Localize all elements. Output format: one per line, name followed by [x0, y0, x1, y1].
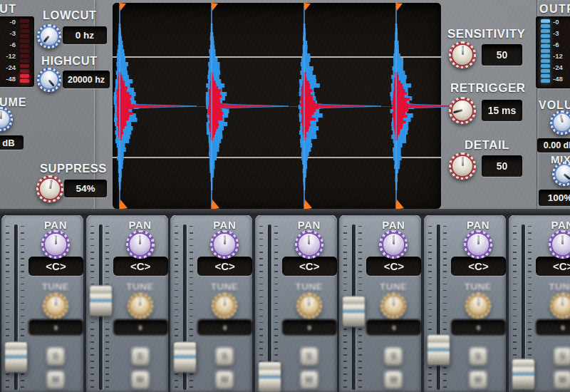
solo-button[interactable]: S	[300, 347, 318, 366]
pan-knob[interactable]	[379, 230, 408, 259]
detail-display: 50	[482, 155, 522, 177]
pan-label: PAN	[30, 219, 81, 231]
solo-button[interactable]: S	[46, 347, 65, 366]
fader-handle[interactable]	[173, 341, 197, 373]
meter-led-segment	[20, 64, 29, 68]
pan-label: PAN	[284, 219, 335, 231]
fader-handle[interactable]	[4, 341, 28, 373]
waveform-plot	[113, 0, 441, 214]
pan-knob[interactable]	[126, 230, 155, 259]
sensitivity-knob[interactable]	[449, 41, 476, 68]
trigger-marker-icon[interactable]	[119, 200, 128, 210]
pan-knob[interactable]	[295, 230, 323, 259]
retrigger-label: RETRIGGER	[450, 81, 526, 96]
mute-button[interactable]: M	[215, 371, 234, 389]
tune-value-display: 0	[113, 319, 168, 336]
trigger-marker-icon[interactable]	[304, 200, 312, 210]
solo-button[interactable]: S	[384, 347, 403, 366]
sensitivity-display: 50	[482, 44, 522, 66]
mix-knob[interactable]	[552, 162, 570, 186]
solo-button[interactable]: S	[131, 347, 150, 366]
tune-knob[interactable]	[43, 293, 68, 319]
fader-handle[interactable]	[258, 361, 281, 392]
trigger-line[interactable]	[211, 6, 212, 207]
volume-knob-right[interactable]	[550, 110, 570, 135]
knob-highlight	[45, 234, 66, 255]
meter-led-segment	[20, 79, 29, 83]
mute-button[interactable]: M	[300, 371, 318, 389]
meter-led-segment	[20, 49, 29, 53]
trigger-line[interactable]	[304, 6, 305, 207]
fader-handle[interactable]	[89, 285, 113, 316]
tune-knob[interactable]	[465, 293, 491, 319]
suppress-knob[interactable]	[36, 175, 63, 202]
mixer-channel: PAN <C> TUNE 0 S M	[509, 215, 570, 392]
tune-label: TUNE	[537, 282, 570, 292]
lowcut-label: LOWCUT	[43, 9, 96, 22]
mute-button[interactable]: M	[46, 371, 65, 389]
fader-handle[interactable]	[342, 296, 366, 327]
plugin-window: INPUT -0-3-6-12-24-48 VOLUME 0 dB LOWCUT…	[0, 0, 570, 392]
meter-led-segment	[541, 24, 550, 28]
tune-knob[interactable]	[296, 293, 322, 319]
tune-label: TUNE	[115, 282, 166, 292]
input-title: INPUT	[0, 3, 17, 16]
volume-knob-left[interactable]	[0, 107, 13, 131]
pan-value-display: <C>	[451, 257, 506, 276]
solo-button[interactable]: S	[215, 347, 234, 366]
mute-button[interactable]: M	[131, 371, 150, 389]
detail-label: DETAIL	[465, 138, 509, 153]
tune-knob[interactable]	[550, 293, 570, 319]
mute-button[interactable]: M	[554, 371, 570, 389]
meter-led-segment	[20, 44, 29, 48]
output-title: OUTPUT	[539, 3, 570, 16]
mute-button[interactable]: M	[469, 371, 487, 389]
knob-highlight	[40, 179, 60, 199]
sensitivity-label: SENSITIVITY	[447, 27, 525, 41]
pan-knob[interactable]	[210, 230, 239, 259]
detail-knob[interactable]	[449, 153, 476, 180]
tune-knob[interactable]	[212, 293, 237, 319]
pan-label: PAN	[115, 219, 166, 231]
meter-led-segment	[541, 29, 550, 33]
trigger-marker-icon[interactable]	[211, 200, 219, 210]
fader-handle[interactable]	[427, 334, 450, 366]
knob-highlight	[452, 156, 472, 176]
suppress-display: 54%	[64, 180, 107, 197]
tune-knob[interactable]	[380, 293, 406, 319]
volume-display-right: 0.00 dB	[537, 138, 570, 153]
meter-led-segment	[541, 19, 550, 23]
tune-knob[interactable]	[128, 293, 153, 319]
solo-button[interactable]: S	[554, 347, 570, 366]
retrigger-display: 15 ms	[482, 100, 522, 121]
meter-scale-label: -48	[553, 75, 570, 83]
pan-value-display: <C>	[366, 257, 421, 276]
highcut-knob[interactable]	[37, 68, 61, 92]
pan-knob[interactable]	[549, 230, 570, 259]
pan-label: PAN	[452, 219, 504, 231]
meter-scale-label: -48	[0, 75, 16, 83]
solo-button[interactable]: S	[469, 347, 487, 366]
trigger-line[interactable]	[119, 6, 120, 207]
fader-handle[interactable]	[512, 359, 535, 390]
trigger-line[interactable]	[395, 6, 397, 207]
tune-label: TUNE	[30, 282, 81, 292]
pan-knob[interactable]	[464, 230, 492, 259]
meter-led-segment	[541, 64, 550, 68]
waveform-shape	[120, 103, 180, 110]
pan-knob[interactable]	[41, 230, 70, 259]
mute-button[interactable]: M	[384, 371, 403, 389]
meter-scale-label: -0	[553, 18, 570, 26]
meter-scale-label: -12	[553, 52, 570, 60]
waveform-shape	[304, 103, 365, 110]
retrigger-knob[interactable]	[449, 97, 476, 124]
suppress-label: SUPPRESS	[40, 162, 107, 175]
meter-scale-label: -3	[553, 29, 570, 37]
lowcut-knob[interactable]	[37, 24, 61, 48]
tune-label: TUNE	[284, 282, 335, 292]
tune-value-display: 0	[366, 319, 421, 336]
knob-highlight	[552, 234, 570, 255]
knob-highlight	[130, 296, 150, 316]
trigger-marker-icon[interactable]	[395, 200, 404, 210]
knob-highlight	[555, 165, 570, 182]
